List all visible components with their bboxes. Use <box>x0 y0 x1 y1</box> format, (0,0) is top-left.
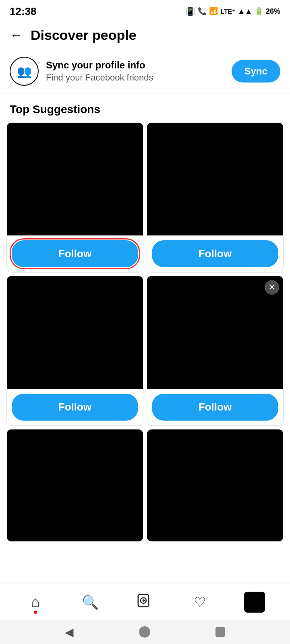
status-time: 12:38 <box>10 5 37 18</box>
nav-heart[interactable]: ♡ <box>180 588 220 616</box>
back-button[interactable]: ← <box>10 28 23 43</box>
follow-button-2[interactable]: Follow <box>152 240 278 267</box>
suggestion-card <box>147 429 284 542</box>
profile-avatar <box>244 592 265 613</box>
follow-button-4[interactable]: Follow <box>152 394 278 421</box>
svg-marker-2 <box>143 599 146 602</box>
sync-button[interactable]: Sync <box>232 60 280 83</box>
system-recents-button[interactable] <box>215 627 225 637</box>
follow-button-3[interactable]: Follow <box>12 394 138 421</box>
sync-info: 👥 Sync your profile info Find your Faceb… <box>10 57 153 86</box>
card-image <box>147 276 283 389</box>
card-image <box>7 276 143 389</box>
section-title: Top Suggestions <box>0 93 290 122</box>
status-icons: 📳 📞 📶 LTE⁺ ▲▲ 🔋 26% <box>185 6 280 16</box>
nav-profile[interactable] <box>234 588 275 616</box>
system-home-button[interactable] <box>139 626 150 638</box>
follow-button-1[interactable]: Follow <box>12 240 138 267</box>
nav-home[interactable]: ⌂ <box>15 588 56 616</box>
recents-square-icon <box>215 627 225 637</box>
card-image <box>7 429 143 541</box>
suggestion-card: ✕ Follow <box>147 276 284 426</box>
page-title: Discover people <box>31 27 137 43</box>
sync-text: Sync your profile info Find your Faceboo… <box>46 60 153 83</box>
header: ← Discover people <box>0 21 290 50</box>
vibrate-icon: 📳 <box>185 6 195 16</box>
sync-title: Sync your profile info <box>46 60 153 71</box>
suggestion-card <box>6 429 143 542</box>
nav-video[interactable] <box>125 588 165 616</box>
suggestion-card: Follow <box>6 122 143 272</box>
suggestion-card: Follow <box>6 276 143 426</box>
suggestion-card: Follow <box>147 122 284 272</box>
dismiss-button[interactable]: ✕ <box>265 280 279 295</box>
lte-label: LTE⁺ <box>220 8 235 15</box>
bottom-nav: ⌂ 🔍 ♡ <box>0 584 290 620</box>
sync-subtitle: Find your Facebook friends <box>46 72 153 83</box>
people-icon: 👥 <box>17 64 32 78</box>
card-image <box>147 429 283 541</box>
heart-icon: ♡ <box>194 594 206 610</box>
status-bar: 12:38 📳 📞 📶 LTE⁺ ▲▲ 🔋 26% <box>0 0 290 21</box>
suggestions-grid: Follow Follow Follow ✕ Follow <box>0 122 290 542</box>
home-dot <box>34 611 37 614</box>
system-back-button[interactable]: ◀ <box>65 625 74 639</box>
back-chevron-icon: ◀ <box>65 625 74 639</box>
signal-bars: ▲▲ <box>238 7 252 16</box>
card-image <box>7 123 143 235</box>
top-suggestions-section: Top Suggestions Follow Follow Follow ✕ F… <box>0 93 290 542</box>
card-image <box>147 123 283 235</box>
search-icon: 🔍 <box>82 594 99 610</box>
battery-pct: 26% <box>266 7 280 16</box>
home-circle-icon <box>139 626 150 638</box>
video-icon <box>137 592 153 612</box>
call-icon: 📞 <box>198 7 207 16</box>
nav-search[interactable]: 🔍 <box>70 588 110 616</box>
home-icon: ⌂ <box>31 593 40 611</box>
system-bar: ◀ <box>0 620 290 644</box>
battery-icon: 🔋 <box>255 7 263 16</box>
sync-icon: 👥 <box>10 57 39 86</box>
sync-banner: 👥 Sync your profile info Find your Faceb… <box>0 50 290 93</box>
wifi-icon: 📶 <box>209 7 218 16</box>
